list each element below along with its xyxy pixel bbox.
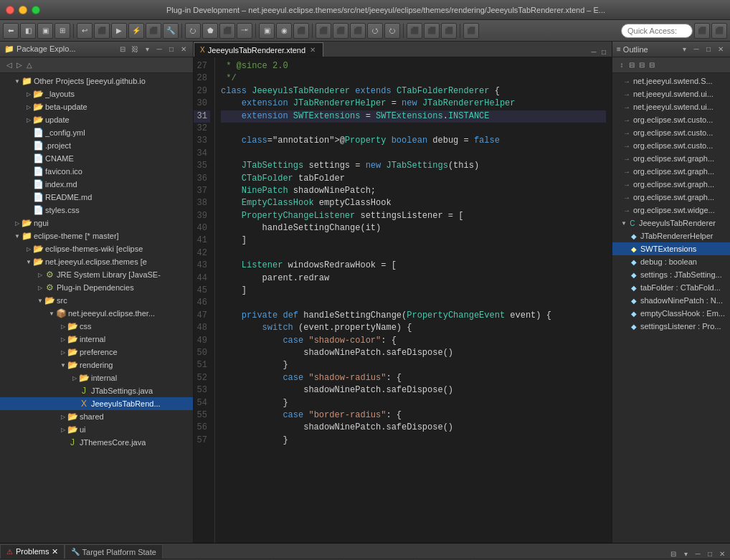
toolbar-btn-16[interactable]: ◉	[276, 23, 292, 39]
tree-item[interactable]: 📄README.md	[0, 191, 193, 204]
toolbar-btn-19[interactable]: ⬛	[333, 23, 349, 39]
toolbar-btn-23[interactable]: ⬛	[407, 23, 422, 39]
quick-access-input[interactable]	[621, 24, 693, 38]
collapse-all-icon[interactable]: ⊟	[118, 44, 128, 54]
tree-item[interactable]: ▼📦net.jeeeyul.eclipse.ther...	[0, 307, 193, 320]
toolbar-btn-24[interactable]: ⬛	[424, 23, 440, 39]
maximize-button[interactable]	[32, 6, 40, 14]
outline-item[interactable]: →net.jeeeyul.swtend.S...	[612, 75, 730, 87]
outline-item[interactable]: ◆SWTExtensions	[612, 242, 730, 255]
outline-item[interactable]: →org.eclipse.swt.graph...	[612, 191, 730, 204]
tree-item[interactable]: ▷📂_layouts	[0, 87, 193, 100]
tree-item[interactable]: 📄CNAME	[0, 152, 193, 165]
outline-item[interactable]: →org.eclipse.swt.custo...	[612, 113, 730, 126]
outline-item[interactable]: ◆settingsListener : Pro...	[612, 320, 730, 333]
outline-min[interactable]: ─	[691, 44, 701, 54]
outline-hide-methods-icon[interactable]: ⊟	[637, 60, 647, 70]
close-button[interactable]	[6, 6, 14, 14]
tree-item[interactable]: ▷⚙Plug-in Dependencies	[0, 281, 193, 294]
outline-item[interactable]: ◆emptyClassHook : Em...	[612, 307, 730, 320]
toolbar-btn-7[interactable]: ▶	[111, 23, 127, 39]
problems-max[interactable]: □	[705, 549, 715, 559]
tree-item[interactable]: 📄styles.css	[0, 204, 193, 217]
close-panel-icon[interactable]: ✕	[179, 44, 189, 54]
toolbar-btn-17[interactable]: ⬛	[293, 23, 309, 39]
tree-item[interactable]: ▼📁Other Projects [jeeeyul.github.io	[0, 75, 193, 87]
toolbar-btn-4[interactable]: ⊞	[54, 23, 70, 39]
maximize-icon[interactable]: □	[166, 44, 176, 54]
tree-item[interactable]: 📄favicon.ico	[0, 165, 193, 178]
toolbar-btn-2[interactable]: ◧	[20, 23, 36, 39]
tree-item[interactable]: ▼📂net.jeeeyul.eclipse.themes [e	[0, 255, 193, 268]
code-area[interactable]: * @since 2.0 */class JeeeyulsTabRenderer…	[215, 57, 612, 543]
problems-view-menu[interactable]: ▾	[681, 549, 691, 559]
outline-item[interactable]: →org.eclipse.swt.custo...	[612, 139, 730, 152]
toolbar-btn-15[interactable]: ▣	[259, 23, 275, 39]
tree-item[interactable]: ▷📂preference	[0, 346, 193, 359]
minimize-button[interactable]	[19, 6, 27, 14]
toolbar-btn-25[interactable]: ⬛	[441, 23, 457, 39]
tree-item[interactable]: JJTabSettings.java	[0, 384, 193, 397]
toolbar-btn-9[interactable]: ⬛	[146, 23, 161, 39]
problems-tab[interactable]: ⚠ Problems ✕	[0, 544, 65, 559]
tree-item[interactable]: ▷📂beta-update	[0, 100, 193, 113]
tree-item[interactable]: ▷📂eclipse-themes-wiki [eclipse	[0, 242, 193, 255]
outline-item[interactable]: ◆debug : boolean	[612, 255, 730, 268]
problems-close[interactable]: ✕	[717, 549, 727, 559]
tree-item[interactable]: 📄index.md	[0, 178, 193, 191]
forward-icon[interactable]: ▷	[14, 60, 24, 70]
toolbar-btn-3[interactable]: ▣	[37, 23, 53, 39]
up-icon[interactable]: △	[24, 60, 34, 70]
tree-item[interactable]: ▼📁eclipse-theme [* master]	[0, 229, 193, 242]
toolbar-btn-8[interactable]: ⚡	[128, 23, 144, 39]
outline-hide-static-icon[interactable]: ⊟	[647, 60, 657, 70]
target-platform-tab[interactable]: 🔧 Target Platform State	[65, 544, 163, 559]
outline-item[interactable]: →org.eclipse.swt.graph...	[612, 178, 730, 191]
tree-item[interactable]: ▼📂rendering	[0, 359, 193, 371]
toolbar-btn-22[interactable]: ⭮	[384, 23, 400, 39]
toolbar-btn-1[interactable]: ⬅	[3, 23, 19, 39]
tree-item[interactable]: ▷⚙JRE System Library [JavaSE-	[0, 268, 193, 281]
outline-item[interactable]: →org.eclipse.swt.widge...	[612, 204, 730, 217]
outline-hide-fields-icon[interactable]: ⊟	[627, 60, 637, 70]
outline-close[interactable]: ✕	[716, 44, 726, 54]
outline-item[interactable]: ◆settings : JTabSetting...	[612, 268, 730, 281]
tree-item[interactable]: ▷📂ui	[0, 423, 193, 436]
tree-item[interactable]: ▷📂ngui	[0, 217, 193, 229]
editor-tab-active[interactable]: X JeeeyulsTabRenderer.xtend ✕	[194, 42, 323, 57]
toolbar-btn-13[interactable]: ⬛	[219, 23, 235, 39]
tree-item[interactable]: ▷📂internal	[0, 371, 193, 384]
toolbar-btn-12[interactable]: ⬟	[202, 23, 218, 39]
toolbar-btn-26[interactable]: ⬛	[463, 23, 479, 39]
toolbar-btn-10[interactable]: 🔧	[163, 23, 179, 39]
outline-max[interactable]: □	[703, 44, 714, 54]
toolbar-btn-21[interactable]: ⭯	[367, 23, 383, 39]
tree-item[interactable]: JJThemesCore.java	[0, 436, 193, 449]
minimize-icon[interactable]: ─	[154, 44, 164, 54]
tree-item[interactable]: ▷📂css	[0, 320, 193, 333]
outline-item[interactable]: ◆JTabRendererHelper	[612, 229, 730, 242]
problems-min[interactable]: ─	[693, 549, 703, 559]
view-menu-icon[interactable]: ▾	[142, 44, 152, 54]
tree-item[interactable]: ▼📂src	[0, 294, 193, 307]
outline-item[interactable]: ▼CJeeeyulsTabRenderer	[612, 217, 730, 229]
toolbar-btn-5[interactable]: ↩	[77, 23, 93, 39]
outline-item[interactable]: →net.jeeeyul.swtend.ui...	[612, 100, 730, 113]
outline-item[interactable]: ◆tabFolder : CTabFold...	[612, 281, 730, 294]
outline-sort-icon[interactable]: ↕	[617, 60, 627, 70]
toolbar-btn-right-1[interactable]: ⬛	[694, 23, 710, 39]
link-with-editor-icon[interactable]: ⛓	[130, 44, 140, 54]
tree-item[interactable]: ▷📂shared	[0, 410, 193, 423]
tree-item[interactable]: ▷📂update	[0, 113, 193, 126]
outline-item[interactable]: ◆shadowNinePatch : N...	[612, 294, 730, 307]
problems-icon-1[interactable]: ⊟	[668, 549, 678, 559]
toolbar-btn-11[interactable]: ⭮	[185, 23, 201, 39]
outline-item[interactable]: →org.eclipse.swt.graph...	[612, 152, 730, 165]
toolbar-btn-6[interactable]: ⬛	[94, 23, 110, 39]
tree-item[interactable]: 📄.project	[0, 139, 193, 152]
toolbar-btn-20[interactable]: ⬛	[350, 23, 366, 39]
editor-tab-close[interactable]: ✕	[308, 46, 317, 54]
tree-item[interactable]: XJeeeyulsTabRend...	[0, 397, 193, 410]
outline-item[interactable]: →org.eclipse.swt.custo...	[612, 126, 730, 139]
editor-content[interactable]: 2728293031323334353637383940414243444546…	[194, 57, 612, 543]
